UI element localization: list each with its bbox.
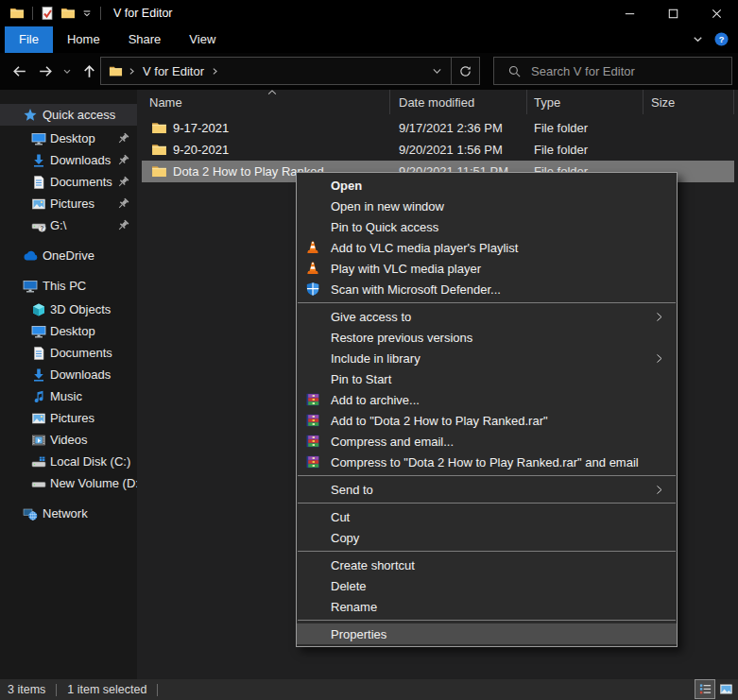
menu-item-label: Restore previous versions — [331, 331, 472, 345]
file-row-9-17-2021[interactable]: 9-17-20219/17/2021 2:36 PMFile folder — [142, 117, 734, 139]
back-arrow-button[interactable] — [6, 58, 32, 86]
menu-item-compress-to-dota-2-how-to-play-ranked-rar-and-email[interactable]: Compress to "Dota 2 How to Play Ranked.r… — [297, 452, 677, 472]
toolbar-separator — [100, 7, 101, 20]
help-icon[interactable]: ? — [714, 32, 729, 46]
tab-home[interactable]: Home — [53, 26, 114, 53]
search-input[interactable] — [529, 63, 731, 79]
sidebar-item-this-pc[interactable]: This PC — [0, 275, 137, 297]
ribbon-expand-chevron-icon[interactable] — [691, 32, 705, 46]
folder-icon[interactable] — [9, 6, 25, 21]
tab-share[interactable]: Share — [114, 26, 176, 53]
navigation-bar: V for Editor — [0, 53, 738, 90]
sidebar-item-videos[interactable]: Videos — [0, 429, 137, 451]
menu-item-send-to[interactable]: Send to — [297, 479, 677, 500]
menu-item-scan-with-microsoft-defender[interactable]: Scan with Microsoft Defender... — [297, 279, 677, 299]
sidebar-item-quick-access[interactable]: Quick access — [0, 104, 137, 126]
search-box[interactable] — [493, 57, 732, 85]
menu-item-properties[interactable]: Properties — [297, 623, 677, 644]
desktop-icon — [31, 324, 46, 339]
tab-view[interactable]: View — [175, 26, 230, 53]
sidebar-item-pictures[interactable]: Pictures — [0, 193, 137, 214]
menu-item-pin-to-quick-access[interactable]: Pin to Quick access — [297, 216, 677, 237]
sidebar-item-onedrive[interactable]: OneDrive — [0, 245, 137, 266]
breadcrumb-chevron-icon[interactable] — [126, 65, 138, 77]
close-button[interactable] — [695, 0, 738, 26]
menu-item-include-in-library[interactable]: Include in library — [297, 348, 677, 368]
menu-item-copy[interactable]: Copy — [297, 527, 677, 548]
menu-item-cut[interactable]: Cut — [297, 506, 677, 527]
menu-item-label: Pin to Start — [331, 372, 391, 386]
menu-item-delete[interactable]: Delete — [297, 575, 677, 596]
breadcrumb-chevron-icon[interactable] — [209, 65, 221, 77]
sidebar-item-network[interactable]: Network — [0, 503, 137, 524]
sidebar-item-documents[interactable]: Documents — [0, 342, 137, 364]
minimize-button[interactable] — [608, 0, 651, 26]
pin-icon — [115, 218, 130, 233]
details-view-button[interactable] — [695, 679, 715, 699]
menu-item-label: Compress to "Dota 2 How to Play Ranked.r… — [331, 455, 639, 470]
column-header-date-modified[interactable]: Date modified — [390, 90, 527, 114]
videos-icon — [31, 433, 46, 448]
sidebar-item-downloads[interactable]: Downloads — [0, 364, 137, 385]
menu-item-label: Include in library — [331, 351, 420, 366]
menu-item-rename[interactable]: Rename — [297, 596, 677, 617]
winrar-icon — [305, 413, 320, 428]
properties-check-icon[interactable] — [40, 6, 55, 21]
column-header-type[interactable]: Type — [527, 90, 644, 114]
menu-item-label: Compress and email... — [331, 435, 454, 449]
file-row-9-20-2021[interactable]: 9-20-20219/20/2021 1:56 PMFile folder — [142, 139, 734, 161]
menu-item-add-to-vlc-media-player-s-playlist[interactable]: Add to VLC media player's Playlist — [297, 237, 677, 258]
new-folder-icon[interactable] — [60, 6, 76, 21]
forward-arrow-button[interactable] — [32, 58, 59, 86]
refresh-icon[interactable] — [458, 64, 472, 78]
menu-item-give-access-to[interactable]: Give access to — [297, 306, 677, 327]
ribbon-tabs: FileHomeShareView — [5, 26, 738, 53]
history-chevron-icon — [61, 66, 73, 77]
menu-item-restore-previous-versions[interactable]: Restore previous versions — [297, 327, 677, 348]
sidebar-item-local-disk-c[interactable]: Local Disk (C:) — [0, 451, 137, 472]
svg-text:?: ? — [40, 225, 43, 231]
file-name-cell: 9-20-2021 — [142, 142, 390, 158]
menu-item-play-with-vlc-media-player[interactable]: Play with VLC media player — [297, 258, 677, 279]
menu-item-pin-to-start[interactable]: Pin to Start — [297, 368, 677, 389]
menu-item-add-to-archive[interactable]: Add to archive... — [297, 389, 677, 410]
column-header-size[interactable]: Size — [644, 90, 734, 114]
network-icon — [23, 506, 38, 521]
tab-file[interactable]: File — [5, 26, 53, 53]
menu-item-open[interactable]: Open — [297, 175, 677, 196]
menu-item-create-shortcut[interactable]: Create shortcut — [297, 555, 677, 575]
sidebar-item-3d-objects[interactable]: 3D Objects — [0, 299, 137, 320]
ribbon-right-controls: ? — [691, 32, 729, 46]
sidebar-item-music[interactable]: Music — [0, 385, 137, 407]
menu-item-compress-and-email[interactable]: Compress and email... — [297, 431, 677, 452]
sidebar-item-new-volume-d[interactable]: New Volume (D:) — [0, 472, 137, 494]
maximize-button[interactable] — [651, 0, 695, 26]
toolbar-customize-icon[interactable] — [81, 8, 93, 19]
sidebar-item-downloads[interactable]: Downloads — [0, 149, 137, 171]
menu-item-add-to-dota-2-how-to-play-ranked-rar[interactable]: Add to "Dota 2 How to Play Ranked.rar" — [297, 410, 677, 431]
sidebar-item-desktop[interactable]: Desktop — [0, 320, 137, 342]
thumbnails-view-button[interactable] — [715, 679, 736, 699]
file-type: File folder — [527, 143, 644, 157]
column-header-name[interactable]: Name — [142, 90, 390, 114]
sidebar-item-documents[interactable]: Documents — [0, 171, 137, 193]
maximize-icon — [666, 7, 680, 21]
menu-item-open-in-new-window[interactable]: Open in new window — [297, 196, 677, 216]
sidebar-item-pictures[interactable]: Pictures — [0, 407, 137, 429]
sidebar-item-label: This PC — [43, 279, 86, 293]
menu-item-label: Add to VLC media player's Playlist — [331, 241, 518, 255]
view-toggle-buttons — [695, 679, 736, 699]
sidebar-item-desktop[interactable]: Desktop — [0, 128, 137, 149]
address-bar[interactable]: V for Editor — [100, 57, 480, 85]
history-chevron-button[interactable] — [59, 58, 76, 86]
sidebar-section-network: Network — [0, 503, 137, 524]
address-divider — [451, 58, 452, 84]
up-arrow-button[interactable] — [76, 58, 102, 86]
submenu-arrow-icon — [653, 484, 665, 496]
breadcrumb-segment[interactable]: V for Editor — [143, 64, 204, 78]
sidebar-item-label: Quick access — [43, 108, 115, 122]
dropdown-chevron-icon[interactable] — [431, 65, 443, 77]
toolbar-separator — [32, 7, 33, 20]
sidebar-item-label: 3D Objects — [50, 302, 111, 316]
sidebar-item-g[interactable]: ?G:\ — [0, 214, 137, 236]
